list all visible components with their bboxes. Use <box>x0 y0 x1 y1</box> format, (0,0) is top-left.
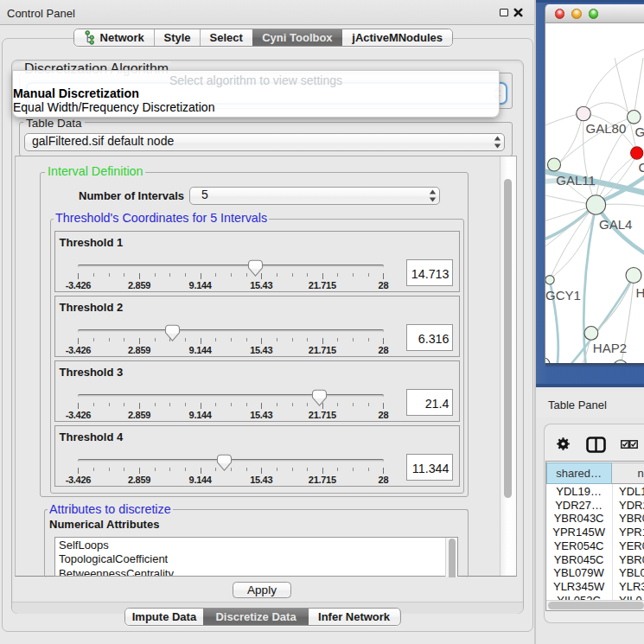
svg-text:GCY1: GCY1 <box>545 287 581 302</box>
svg-text:GAL80: GAL80 <box>586 120 627 135</box>
svg-text:CY: CY <box>638 160 644 175</box>
svg-text:GAL4: GAL4 <box>599 216 632 231</box>
svg-text:HA: HA <box>636 285 644 300</box>
svg-text:GAL: GAL <box>634 124 644 139</box>
svg-text:HAP2: HAP2 <box>593 341 627 355</box>
svg-text:GAL11: GAL11 <box>556 172 596 187</box>
